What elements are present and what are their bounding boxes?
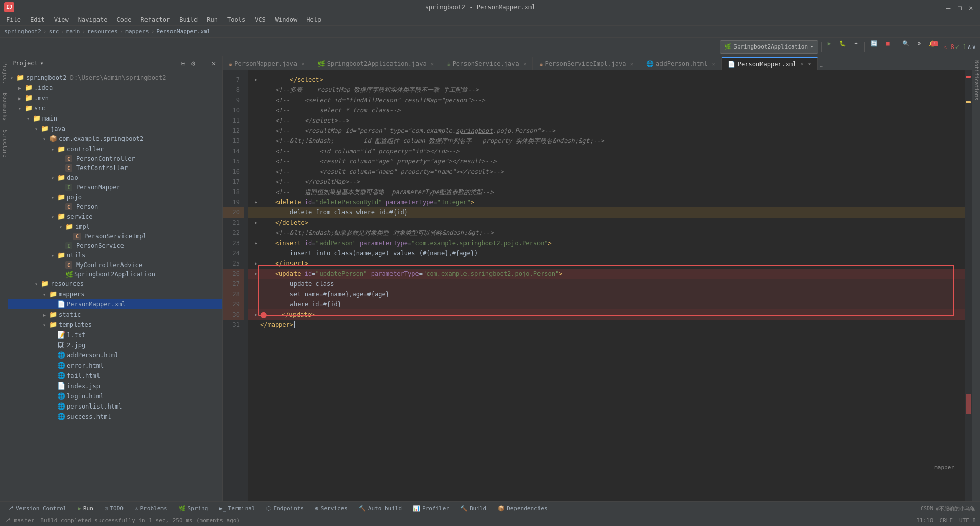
tab-close-icon[interactable]: ✕ <box>800 61 804 67</box>
tree-item-index[interactable]: 📄 index.jsp <box>8 381 222 391</box>
tree-item-1txt[interactable]: 📝 1.txt <box>8 330 222 340</box>
bottom-tab-profiler[interactable]: 📊 Profiler <box>408 503 454 514</box>
side-tab-project[interactable]: Project <box>0 58 8 88</box>
tree-item-error[interactable]: 🌐 error.html <box>8 361 222 371</box>
tree-item-PersonController[interactable]: C PersonController <box>8 154 222 163</box>
menu-item-window[interactable]: Window <box>271 15 301 25</box>
code-content[interactable]: ▸ </select> <!--多表 resultMap 数据库字段和实体类字段… <box>248 70 965 501</box>
settings-icon[interactable]: ⚙ <box>189 59 198 67</box>
side-tab-bookmarks[interactable]: Bookmarks <box>0 89 8 125</box>
bottom-tab-spring[interactable]: 🌿 Spring <box>174 503 213 514</box>
menu-item-run[interactable]: Run <box>203 15 222 25</box>
tab-close-icon[interactable]: ✕ <box>712 61 715 67</box>
tree-item-templates[interactable]: ▾ 📁 templates <box>8 320 222 330</box>
menu-item-build[interactable]: Build <box>175 15 202 25</box>
tree-item-mappers[interactable]: ▾ 📁 mappers <box>8 289 222 299</box>
menu-item-help[interactable]: Help <box>302 15 325 25</box>
right-panel-notifications[interactable]: Notifications <box>972 56 980 104</box>
tree-item-impl[interactable]: ▾ 📁 impl <box>8 222 222 232</box>
breadcrumb-item[interactable]: src <box>48 28 59 35</box>
tree-item-PersonService[interactable]: I PersonService <box>8 241 222 250</box>
tree-item-service[interactable]: ▾ 📁 service <box>8 211 222 222</box>
tab-close-icon[interactable]: ✕ <box>431 61 434 67</box>
bottom-tab-services[interactable]: ⚙ Services <box>310 503 353 514</box>
tree-item-resources[interactable]: ▾ 📁 resources <box>8 279 222 289</box>
git-branch[interactable]: ⎇ master <box>4 517 34 524</box>
tree-item-addPerson[interactable]: 🌐 addPerson.html <box>8 350 222 361</box>
tab-addPerson-html[interactable]: 🌐 addPerson.html ✕ <box>640 57 722 70</box>
run-button[interactable]: ▶ <box>825 40 835 54</box>
project-dropdown-icon[interactable]: ▾ <box>40 60 44 67</box>
breadcrumb-item[interactable]: main <box>66 28 80 35</box>
bottom-tab-terminal[interactable]: ▶_ Terminal <box>214 503 260 514</box>
tree-item-Springboot2Application[interactable]: 🌿 Springboot2Application <box>8 270 222 279</box>
breadcrumb-item[interactable]: springboot2 <box>4 28 41 35</box>
maximize-button[interactable]: ❐ <box>958 4 965 11</box>
hide-panel-icon[interactable]: — <box>200 59 208 67</box>
tab-PersonServiceImpl-java[interactable]: ☕ PersonServiceImpl.java ✕ <box>533 57 640 70</box>
menu-item-view[interactable]: View <box>50 15 73 25</box>
tab-PersonService-java[interactable]: ☕ PersonService.java ✕ <box>440 57 533 70</box>
close-panel-icon[interactable]: ✕ <box>210 59 218 67</box>
menu-item-navigate[interactable]: Navigate <box>74 15 112 25</box>
tree-item-idea[interactable]: ▶ 📁 .idea <box>8 83 222 93</box>
menu-item-file[interactable]: File <box>2 15 25 25</box>
tree-item-fail[interactable]: 🌐 fail.html <box>8 371 222 381</box>
tree-item-pojo[interactable]: ▾ 📁 pojo <box>8 192 222 202</box>
bottom-tab-version-control[interactable]: ⎇ Version Control <box>2 503 71 514</box>
close-button[interactable]: ✕ <box>969 4 976 11</box>
bottom-tab-run[interactable]: ▶ Run <box>72 503 99 514</box>
breadcrumb-item[interactable]: mappers <box>125 28 149 35</box>
tab-PersonMapper-java[interactable]: ☕ PersonMapper.java ✕ <box>223 57 311 70</box>
menu-item-code[interactable]: Code <box>113 15 136 25</box>
run-config-selector[interactable]: 🌿 Springboot2Application ▾ <box>720 40 818 54</box>
tab-close-icon[interactable]: ✕ <box>630 61 633 67</box>
bottom-tab-problems[interactable]: ⚠ Problems <box>130 503 173 514</box>
tree-item-login[interactable]: 🌐 login.html <box>8 391 222 401</box>
tree-item-2jpg[interactable]: 🖼 2.jpg <box>8 340 222 350</box>
tree-item-static[interactable]: ▶ 📁 static <box>8 309 222 320</box>
tree-item-java[interactable]: ▾ 📁 java <box>8 124 222 134</box>
tree-item-src[interactable]: ▾ 📁 src <box>8 103 222 113</box>
tree-item-main[interactable]: ▾ 📁 main <box>8 113 222 124</box>
settings-button[interactable]: ⚙ <box>915 40 924 54</box>
tab-more-icon[interactable]: ▾ <box>808 61 811 67</box>
caret-up[interactable]: ∧ <box>968 43 971 51</box>
tree-item-PersonMapper[interactable]: I PersonMapper <box>8 183 222 192</box>
tab-close-icon[interactable]: ✕ <box>523 61 527 67</box>
tree-item-personlist[interactable]: 🌐 personlist.html <box>8 401 222 412</box>
tree-item-utils[interactable]: ▾ 📁 utils <box>8 250 222 260</box>
tree-item-success[interactable]: 🌐 success.html <box>8 412 222 422</box>
tree-item-TestController[interactable]: C TestController <box>8 163 222 173</box>
stop-button[interactable]: ■ <box>883 40 893 54</box>
tree-item-PersonMapper-xml[interactable]: 📄 PersonMapper.xml <box>8 299 222 309</box>
bottom-tab-autobuild[interactable]: 🔨 Auto-build <box>354 503 407 514</box>
menu-item-vcs[interactable]: VCS <box>251 15 270 25</box>
update-button[interactable]: 🔄 <box>868 40 881 54</box>
bottom-tab-endpoints[interactable]: ⬡ Endpoints <box>261 503 309 514</box>
caret-down[interactable]: ∨ <box>972 43 976 51</box>
editor-scroll-markers[interactable] <box>965 70 972 501</box>
coverage-button[interactable]: ☂ <box>851 40 861 54</box>
tree-item-mvn[interactable]: ▶ 📁 .mvn <box>8 93 222 103</box>
search-everywhere-button[interactable]: 🔍 <box>899 40 913 54</box>
tab-PersonMapper-xml[interactable]: 📄 PersonMapper.xml ✕ ▾ <box>722 57 818 70</box>
menu-item-tools[interactable]: Tools <box>223 15 250 25</box>
bottom-tab-build[interactable]: 🔨 Build <box>455 503 492 514</box>
tab-close-icon[interactable]: ✕ <box>301 61 305 67</box>
tree-item-dao[interactable]: ▾ 📁 dao <box>8 173 222 183</box>
tree-item-springboot2[interactable]: ▾ 📁 springboot2 D:\Users\Admin\springboo… <box>8 73 222 83</box>
breadcrumb-item[interactable]: PersonMapper.xml <box>156 28 210 35</box>
menu-item-refactor[interactable]: Refactor <box>136 15 174 25</box>
tree-item-controller[interactable]: ▾ 📁 controller <box>8 144 222 154</box>
breadcrumb-item[interactable]: resources <box>87 28 118 35</box>
bottom-tab-todo[interactable]: ☑ TODO <box>100 503 129 514</box>
minimize-button[interactable]: — <box>946 4 953 11</box>
collapse-all-icon[interactable]: ⊟ <box>179 59 187 67</box>
bottom-tab-dependencies[interactable]: 📦 Dependencies <box>493 503 552 514</box>
tab-Springboot2Application-java[interactable]: 🌿 Springboot2Application.java ✕ <box>311 57 441 70</box>
tree-item-Person[interactable]: C Person <box>8 202 222 211</box>
tree-item-MyControllerAdvice[interactable]: C MyControllerAdvice <box>8 260 222 270</box>
side-tab-structure[interactable]: Structure <box>0 126 8 161</box>
tree-item-PersonServiceImpl[interactable]: C PersonServiceImpl <box>8 232 222 241</box>
